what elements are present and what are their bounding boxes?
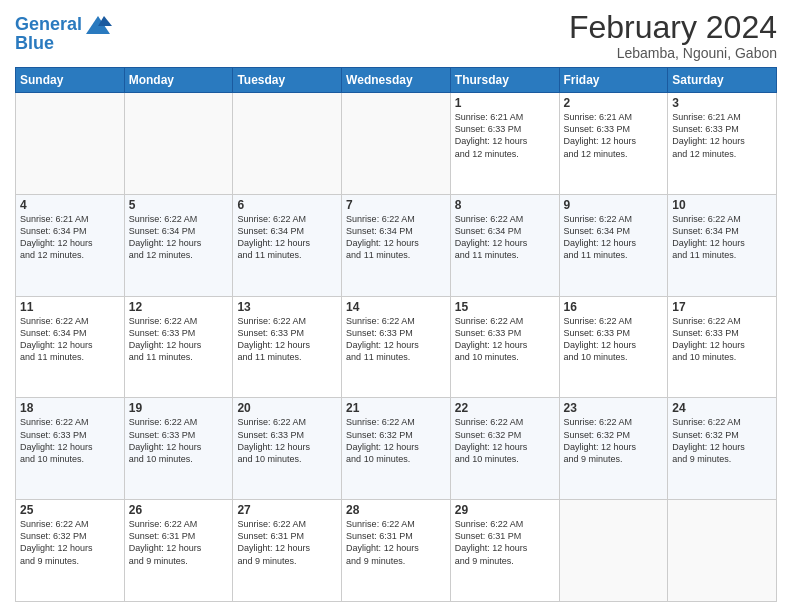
day-number: 13 [237,300,337,314]
calendar-cell: 12Sunrise: 6:22 AMSunset: 6:33 PMDayligh… [124,296,233,398]
day-detail: Sunrise: 6:22 AMSunset: 6:33 PMDaylight:… [346,315,446,364]
calendar-cell: 25Sunrise: 6:22 AMSunset: 6:32 PMDayligh… [16,500,125,602]
day-detail: Sunrise: 6:22 AMSunset: 6:34 PMDaylight:… [237,213,337,262]
calendar-title: February 2024 [569,10,777,45]
calendar-cell [668,500,777,602]
day-number: 25 [20,503,120,517]
calendar-table: Sunday Monday Tuesday Wednesday Thursday… [15,67,777,602]
calendar-cell: 6Sunrise: 6:22 AMSunset: 6:34 PMDaylight… [233,194,342,296]
day-detail: Sunrise: 6:22 AMSunset: 6:31 PMDaylight:… [237,518,337,567]
day-detail: Sunrise: 6:22 AMSunset: 6:34 PMDaylight:… [346,213,446,262]
calendar-cell [233,93,342,195]
calendar-cell: 16Sunrise: 6:22 AMSunset: 6:33 PMDayligh… [559,296,668,398]
day-number: 14 [346,300,446,314]
header-friday: Friday [559,68,668,93]
day-number: 1 [455,96,555,110]
day-number: 15 [455,300,555,314]
calendar-cell: 1Sunrise: 6:21 AMSunset: 6:33 PMDaylight… [450,93,559,195]
day-number: 24 [672,401,772,415]
day-detail: Sunrise: 6:22 AMSunset: 6:33 PMDaylight:… [672,315,772,364]
calendar-cell: 4Sunrise: 6:21 AMSunset: 6:34 PMDaylight… [16,194,125,296]
header-row: Sunday Monday Tuesday Wednesday Thursday… [16,68,777,93]
calendar-cell: 28Sunrise: 6:22 AMSunset: 6:31 PMDayligh… [342,500,451,602]
day-number: 27 [237,503,337,517]
calendar-cell: 3Sunrise: 6:21 AMSunset: 6:33 PMDaylight… [668,93,777,195]
day-number: 10 [672,198,772,212]
day-detail: Sunrise: 6:22 AMSunset: 6:34 PMDaylight:… [455,213,555,262]
logo-text-line2: Blue [15,34,112,54]
header-thursday: Thursday [450,68,559,93]
day-detail: Sunrise: 6:22 AMSunset: 6:31 PMDaylight:… [455,518,555,567]
calendar-cell: 9Sunrise: 6:22 AMSunset: 6:34 PMDaylight… [559,194,668,296]
calendar-cell: 23Sunrise: 6:22 AMSunset: 6:32 PMDayligh… [559,398,668,500]
logo-text-line1: General [15,15,82,35]
calendar-cell: 14Sunrise: 6:22 AMSunset: 6:33 PMDayligh… [342,296,451,398]
day-detail: Sunrise: 6:22 AMSunset: 6:32 PMDaylight:… [564,416,664,465]
calendar-cell [342,93,451,195]
day-number: 19 [129,401,229,415]
day-detail: Sunrise: 6:22 AMSunset: 6:33 PMDaylight:… [564,315,664,364]
day-number: 16 [564,300,664,314]
day-number: 28 [346,503,446,517]
day-detail: Sunrise: 6:22 AMSunset: 6:33 PMDaylight:… [237,315,337,364]
day-detail: Sunrise: 6:22 AMSunset: 6:32 PMDaylight:… [20,518,120,567]
calendar-week-2: 4Sunrise: 6:21 AMSunset: 6:34 PMDaylight… [16,194,777,296]
calendar-cell: 18Sunrise: 6:22 AMSunset: 6:33 PMDayligh… [16,398,125,500]
title-block: February 2024 Lebamba, Ngouni, Gabon [569,10,777,61]
day-detail: Sunrise: 6:21 AMSunset: 6:33 PMDaylight:… [564,111,664,160]
calendar-cell: 22Sunrise: 6:22 AMSunset: 6:32 PMDayligh… [450,398,559,500]
calendar-week-3: 11Sunrise: 6:22 AMSunset: 6:34 PMDayligh… [16,296,777,398]
day-number: 2 [564,96,664,110]
calendar-cell: 10Sunrise: 6:22 AMSunset: 6:34 PMDayligh… [668,194,777,296]
day-number: 23 [564,401,664,415]
day-number: 26 [129,503,229,517]
calendar-week-4: 18Sunrise: 6:22 AMSunset: 6:33 PMDayligh… [16,398,777,500]
header-saturday: Saturday [668,68,777,93]
calendar-cell: 11Sunrise: 6:22 AMSunset: 6:34 PMDayligh… [16,296,125,398]
day-number: 12 [129,300,229,314]
day-detail: Sunrise: 6:22 AMSunset: 6:33 PMDaylight:… [129,315,229,364]
calendar-cell: 21Sunrise: 6:22 AMSunset: 6:32 PMDayligh… [342,398,451,500]
calendar-cell: 7Sunrise: 6:22 AMSunset: 6:34 PMDaylight… [342,194,451,296]
calendar-week-5: 25Sunrise: 6:22 AMSunset: 6:32 PMDayligh… [16,500,777,602]
day-number: 20 [237,401,337,415]
day-detail: Sunrise: 6:22 AMSunset: 6:33 PMDaylight:… [20,416,120,465]
day-detail: Sunrise: 6:22 AMSunset: 6:31 PMDaylight:… [346,518,446,567]
calendar-header: Sunday Monday Tuesday Wednesday Thursday… [16,68,777,93]
day-number: 29 [455,503,555,517]
calendar-cell: 15Sunrise: 6:22 AMSunset: 6:33 PMDayligh… [450,296,559,398]
page: General Blue February 2024 Lebamba, Ngou… [0,0,792,612]
day-detail: Sunrise: 6:21 AMSunset: 6:33 PMDaylight:… [455,111,555,160]
day-detail: Sunrise: 6:22 AMSunset: 6:33 PMDaylight:… [237,416,337,465]
calendar-cell: 29Sunrise: 6:22 AMSunset: 6:31 PMDayligh… [450,500,559,602]
day-detail: Sunrise: 6:22 AMSunset: 6:32 PMDaylight:… [672,416,772,465]
calendar-cell: 5Sunrise: 6:22 AMSunset: 6:34 PMDaylight… [124,194,233,296]
header-wednesday: Wednesday [342,68,451,93]
calendar-cell: 24Sunrise: 6:22 AMSunset: 6:32 PMDayligh… [668,398,777,500]
day-detail: Sunrise: 6:22 AMSunset: 6:32 PMDaylight:… [455,416,555,465]
calendar-cell: 19Sunrise: 6:22 AMSunset: 6:33 PMDayligh… [124,398,233,500]
day-number: 11 [20,300,120,314]
day-number: 18 [20,401,120,415]
calendar-body: 1Sunrise: 6:21 AMSunset: 6:33 PMDaylight… [16,93,777,602]
calendar-cell: 8Sunrise: 6:22 AMSunset: 6:34 PMDaylight… [450,194,559,296]
header: General Blue February 2024 Lebamba, Ngou… [15,10,777,61]
calendar-cell [559,500,668,602]
day-detail: Sunrise: 6:21 AMSunset: 6:33 PMDaylight:… [672,111,772,160]
calendar-cell [16,93,125,195]
logo-icon [84,14,112,36]
day-number: 21 [346,401,446,415]
day-number: 8 [455,198,555,212]
day-detail: Sunrise: 6:22 AMSunset: 6:34 PMDaylight:… [672,213,772,262]
day-detail: Sunrise: 6:22 AMSunset: 6:34 PMDaylight:… [129,213,229,262]
calendar-cell [124,93,233,195]
calendar-cell: 20Sunrise: 6:22 AMSunset: 6:33 PMDayligh… [233,398,342,500]
day-detail: Sunrise: 6:22 AMSunset: 6:33 PMDaylight:… [129,416,229,465]
calendar-subtitle: Lebamba, Ngouni, Gabon [569,45,777,61]
day-detail: Sunrise: 6:22 AMSunset: 6:33 PMDaylight:… [455,315,555,364]
day-number: 17 [672,300,772,314]
header-monday: Monday [124,68,233,93]
day-number: 5 [129,198,229,212]
day-number: 7 [346,198,446,212]
calendar-cell: 13Sunrise: 6:22 AMSunset: 6:33 PMDayligh… [233,296,342,398]
